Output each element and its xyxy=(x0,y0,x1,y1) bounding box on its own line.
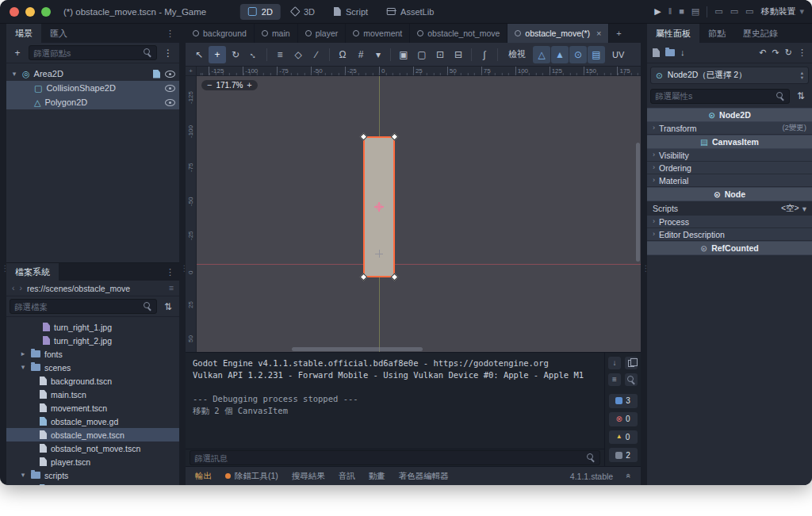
folder-fonts[interactable]: ▸fonts xyxy=(6,347,179,361)
pan-tool-button[interactable]: ◇ xyxy=(289,46,307,63)
select-tool-button[interactable]: ↖ xyxy=(190,46,208,63)
fullscreen-window-button[interactable] xyxy=(41,7,51,17)
view-menu-button[interactable]: 檢視 xyxy=(502,48,532,60)
errors-count-badge[interactable]: ⊗0 xyxy=(609,412,638,426)
new-resource-icon[interactable] xyxy=(653,48,660,57)
lock-button[interactable]: ▣ xyxy=(395,46,412,63)
filesystem-menu-icon[interactable]: ⋮ xyxy=(161,263,179,281)
bottom-panel-search-results[interactable]: 搜尋結果 xyxy=(292,471,325,482)
right-split-handle[interactable] xyxy=(641,24,647,485)
scene-node-area2d[interactable]: ▾ ◎ Area2D xyxy=(6,67,179,81)
smart-snap-button[interactable]: Ω xyxy=(334,46,351,63)
play-button[interactable]: ▶ xyxy=(654,7,661,16)
nav-forward-icon[interactable]: › xyxy=(20,284,23,292)
file-background-tscn[interactable]: background.tscn xyxy=(6,374,179,388)
bottom-panel-shader-editor[interactable]: 著色器編輯器 xyxy=(399,471,449,482)
2d-viewport[interactable]: − 171.7% + xyxy=(197,76,641,352)
tab-history[interactable]: 歷史記錄 xyxy=(734,24,787,43)
expand-bottom-panel-icon[interactable]: « xyxy=(625,474,634,479)
file-obstacle-move-gd[interactable]: obstacle_move.gd xyxy=(6,415,179,428)
history-icon[interactable]: ↻ xyxy=(785,48,792,57)
rotate-tool-button[interactable]: ↻ xyxy=(227,46,244,63)
skeleton-options-button[interactable]: ∫ xyxy=(476,46,493,63)
search-log-button[interactable] xyxy=(625,373,638,386)
polygon-options-button[interactable]: ▤ xyxy=(588,46,605,63)
filter-properties-input[interactable] xyxy=(655,91,773,101)
remote-debug-button[interactable]: ▭ xyxy=(714,7,722,16)
list-select-button[interactable]: ≡ xyxy=(271,46,289,63)
toggle-split-mode-icon[interactable]: ≡ xyxy=(169,284,174,292)
scene-tab-movement[interactable]: movement xyxy=(346,24,410,43)
scene-node-polygon2d[interactable]: △ Polygon2D xyxy=(6,95,179,109)
snap-options-button[interactable]: ▾ xyxy=(370,47,386,63)
horizontal-scrollbar[interactable] xyxy=(292,347,423,351)
mode-2d-button[interactable]: 2D xyxy=(240,4,281,20)
edit-polygon-button[interactable]: ▲ xyxy=(551,46,569,63)
scene-tab-obstacle-not-move[interactable]: obstacle_not_move xyxy=(410,24,508,43)
scene-node-collisionshape2d[interactable]: ▢ CollisionShape2D xyxy=(6,81,179,95)
warnings-count-badge[interactable]: ▲0 xyxy=(609,430,638,445)
file-main-tscn[interactable]: main.tscn xyxy=(6,388,179,401)
folder-scripts[interactable]: ▾scripts xyxy=(6,468,179,482)
collapse-arrow-icon[interactable]: ▸ xyxy=(19,350,27,357)
collapse-duplicates-button[interactable]: ≡ xyxy=(608,373,621,386)
save-resource-icon[interactable]: ↓ xyxy=(680,48,685,57)
scene-tree-menu-button[interactable]: ⋮ xyxy=(160,45,176,61)
file-movement-tscn[interactable]: movement.tscn xyxy=(6,401,179,415)
expand-arrow-icon[interactable]: ▾ xyxy=(10,71,18,78)
load-resource-icon[interactable] xyxy=(665,49,675,56)
ruler-tool-button[interactable]: ∕ xyxy=(308,46,325,63)
tab-filesystem[interactable]: 檔案系統 xyxy=(6,263,59,281)
corner-handle[interactable] xyxy=(391,273,399,281)
group-editor-description[interactable]: ›Editor Description xyxy=(647,228,812,241)
property-script[interactable]: Scripts<空>▾ xyxy=(647,201,812,216)
mode-script-button[interactable]: Script xyxy=(326,4,376,20)
edited-node-selector[interactable]: ⊙ Node2D（已選擇 2） ▴▾ xyxy=(650,67,809,84)
stop-button[interactable]: ■ xyxy=(679,7,684,16)
file-player-tscn[interactable]: player.tscn xyxy=(6,455,179,468)
zoom-level[interactable]: 171.7% xyxy=(216,81,243,90)
group-process[interactable]: ›Process xyxy=(647,216,812,228)
zoom-out-button[interactable]: − xyxy=(207,81,212,90)
visibility-eye-icon[interactable] xyxy=(165,99,175,106)
mode-assetlib-button[interactable]: AssetLib xyxy=(379,4,442,20)
bottom-panel-debugger[interactable]: 除錯工具(1) xyxy=(225,471,278,482)
close-tab-icon[interactable]: × xyxy=(596,29,601,38)
move-tool-button[interactable]: + xyxy=(209,46,226,63)
save-log-button[interactable]: ↓ xyxy=(608,357,621,369)
debug-options-button[interactable]: ▭ xyxy=(745,7,753,16)
file-sort-button[interactable]: ⇅ xyxy=(160,299,176,315)
bottom-panel-output[interactable]: 輸出 xyxy=(195,471,212,482)
scene-tab-main[interactable]: main xyxy=(255,24,298,43)
close-window-button[interactable] xyxy=(10,7,19,17)
property-sort-button[interactable]: ⇅ xyxy=(793,88,809,104)
tab-node[interactable]: 節點 xyxy=(699,24,734,43)
folder-scenes[interactable]: ▾scenes xyxy=(6,361,179,374)
ungroup-button[interactable]: ⊟ xyxy=(450,46,467,63)
file-turn-right-2[interactable]: turn_right_2.jpg xyxy=(6,334,179,347)
scene-dock-menu-icon[interactable]: ⋮ xyxy=(161,24,179,43)
unlock-button[interactable]: ▢ xyxy=(413,46,431,63)
attached-script-icon[interactable] xyxy=(153,70,160,78)
scene-tab-background[interactable]: background xyxy=(186,24,255,43)
create-polygon-button[interactable]: △ xyxy=(533,46,550,63)
file-obstacle-not-move-tscn[interactable]: obstacle_not_move.tscn xyxy=(6,441,179,455)
scene-tab-player[interactable]: player xyxy=(298,24,347,43)
minimize-window-button[interactable] xyxy=(25,7,35,17)
bottom-panel-audio[interactable]: 音訊 xyxy=(339,471,355,482)
visibility-eye-icon[interactable] xyxy=(165,71,175,78)
left-edge-handle[interactable] xyxy=(0,24,6,485)
messages-count-badge[interactable]: 3 xyxy=(609,394,638,408)
filter-nodes-input[interactable] xyxy=(33,48,140,58)
property-value[interactable]: <空> xyxy=(781,203,799,214)
group-visibility[interactable]: ›Visibility xyxy=(647,149,812,162)
tab-scene[interactable]: 場景 xyxy=(6,24,41,43)
node-nav-arrows[interactable]: ▴▾ xyxy=(801,71,803,81)
bottom-panel-animation[interactable]: 動畫 xyxy=(369,471,385,482)
mode-3d-button[interactable]: 3D xyxy=(284,4,323,20)
tab-inspector[interactable]: 屬性面板 xyxy=(647,24,699,43)
play-scene-button[interactable]: ▤ xyxy=(691,7,699,16)
uv-editor-button[interactable]: UV xyxy=(606,50,630,59)
copy-log-button[interactable] xyxy=(625,357,638,369)
edits-count-badge[interactable]: 2 xyxy=(609,448,638,462)
